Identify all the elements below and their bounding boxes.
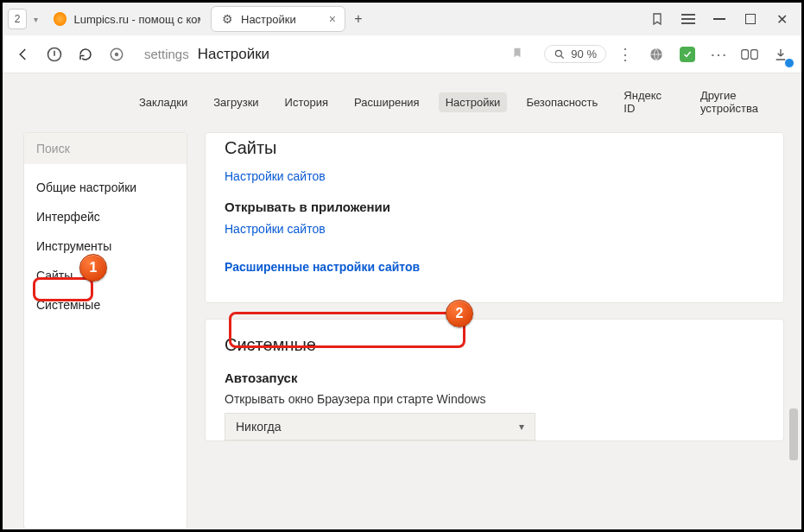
address-host: settings (144, 47, 189, 61)
protect-shield-icon[interactable] (675, 42, 700, 66)
topnav-settings[interactable]: Настройки (439, 92, 508, 112)
card-sites: Сайты Настройки сайтов Открывать в прило… (205, 132, 784, 303)
extensions-icon[interactable] (738, 42, 762, 66)
tab-label: Lumpics.ru - помощ с ком (73, 13, 200, 26)
link-site-settings-1[interactable]: Настройки сайтов (225, 169, 326, 183)
scrollbar[interactable] (786, 132, 798, 529)
svg-point-5 (115, 52, 119, 56)
svg-point-6 (556, 50, 562, 56)
reload-button[interactable] (73, 42, 98, 66)
sidebar-item-sites[interactable]: Сайты (24, 261, 187, 290)
gear-icon: ⚙ (220, 12, 234, 26)
magnifier-icon (554, 48, 566, 60)
svg-rect-8 (742, 49, 749, 59)
zoom-value: 90 % (571, 48, 597, 60)
system-heading: Системные (225, 335, 764, 355)
settings-topnav: Закладки Загрузки История Расширения Нас… (3, 73, 801, 132)
globe-icon[interactable] (644, 42, 668, 66)
new-tab-button[interactable]: + (347, 8, 370, 30)
tab-group-count[interactable]: 2 (8, 9, 27, 29)
autostart-value: Никогда (236, 420, 281, 434)
downloads-icon[interactable] (769, 42, 793, 66)
svg-rect-1 (681, 18, 695, 20)
topnav-bookmarks[interactable]: Закладки (132, 92, 194, 112)
settings-sidebar: Поиск Общие настройки Интерфейс Инструме… (23, 132, 187, 529)
sites-open-in-app: Открывать в приложении (225, 200, 764, 214)
chevron-down-icon: ▾ (519, 421, 524, 433)
topnav-security[interactable]: Безопасность (519, 92, 605, 112)
bookmark-icon[interactable] (511, 46, 523, 62)
autostart-select[interactable]: Никогда ▾ (225, 413, 535, 440)
more-icon[interactable]: ⋮ (613, 42, 637, 66)
svg-rect-2 (681, 22, 695, 24)
browser-toolbar: settings Настройки 90 % ⋮ ⋯ (3, 35, 801, 73)
zoom-indicator[interactable]: 90 % (544, 45, 606, 63)
svg-rect-9 (751, 49, 758, 59)
site-lock-icon[interactable] (104, 42, 129, 66)
topnav-history[interactable]: История (278, 92, 335, 112)
tab-lumpics[interactable]: Lumpics.ru - помощ с ком (45, 6, 209, 32)
window-close-button[interactable]: ✕ (767, 6, 796, 32)
address-bar[interactable]: settings Настройки (136, 41, 537, 68)
tab-settings[interactable]: ⚙ Настройки × (211, 6, 345, 32)
scrollbar-thumb[interactable] (789, 408, 798, 460)
yandex-logo-icon[interactable] (42, 42, 66, 66)
topnav-yandexid[interactable]: Яндекс ID (617, 86, 681, 118)
svg-rect-0 (681, 14, 695, 16)
close-tab-icon[interactable]: × (329, 12, 336, 26)
topnav-extensions[interactable]: Расширения (347, 92, 427, 112)
autostart-desc: Открывать окно Браузера при старте Windo… (225, 392, 764, 406)
window-maximize-button[interactable] (736, 6, 765, 32)
sidebar-item-tools[interactable]: Инструменты (24, 231, 187, 261)
chevron-down-icon[interactable]: ▾ (28, 15, 43, 24)
page-content: Закладки Загрузки История Расширения Нас… (3, 73, 801, 529)
reader-icon[interactable] (643, 6, 672, 32)
menu-icon[interactable] (674, 6, 703, 32)
sidebar-search[interactable]: Поиск (24, 133, 187, 164)
sites-heading: Сайты (225, 138, 764, 158)
window-minimize-button[interactable] (705, 6, 734, 32)
sidebar-item-system[interactable]: Системные (24, 290, 187, 320)
settings-main: Сайты Настройки сайтов Открывать в прило… (205, 132, 784, 529)
window-titlebar: 2 ▾ Lumpics.ru - помощ с ком ⚙ Настройки… (3, 3, 801, 35)
lumpics-favicon-icon (54, 12, 66, 26)
link-advanced-site-settings[interactable]: Расширенные настройки сайтов (225, 260, 420, 274)
topnav-other-devices[interactable]: Другие устройства (693, 86, 801, 118)
link-site-settings-2[interactable]: Настройки сайтов (225, 222, 326, 236)
autostart-heading: Автозапуск (225, 370, 764, 385)
address-title: Настройки (198, 46, 269, 63)
topnav-downloads[interactable]: Загрузки (206, 92, 265, 112)
back-button[interactable] (11, 42, 35, 66)
sidebar-item-interface[interactable]: Интерфейс (24, 202, 187, 231)
tab-label: Настройки (241, 13, 296, 26)
card-system: Системные Автозапуск Открывать окно Брау… (205, 319, 784, 441)
sidebar-item-general[interactable]: Общие настройки (24, 173, 187, 202)
overflow-icon[interactable]: ⋯ (706, 42, 731, 66)
